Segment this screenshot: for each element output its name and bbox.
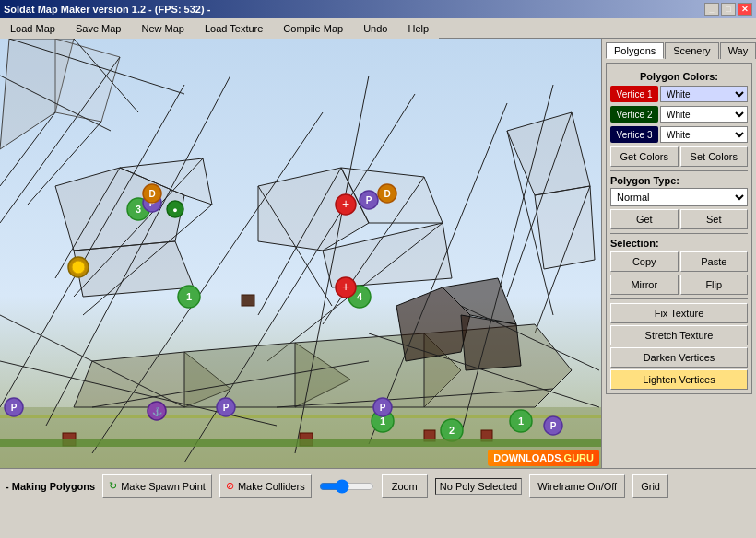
svg-marker-13 [74,241,194,297]
svg-text:⚓: ⚓ [152,406,163,417]
polygon-colors-title: Polygon Colors: [610,71,748,82]
svg-text:D: D [148,189,155,199]
make-spawn-label: Make Spawn Point [121,481,206,492]
menu-new-map[interactable]: New Map [131,18,194,39]
copy-btn[interactable]: Copy [610,251,679,272]
mirror-btn[interactable]: Mirror [610,275,679,295]
svg-text:D: D [384,189,390,199]
set-colors-btn[interactable]: Set Colors [680,146,749,167]
texture-buttons-area: Fix Texture Stretch Texture Darken Verti… [610,303,748,390]
tab-polygons[interactable]: Polygons [606,42,664,59]
copy-paste-row: Copy Paste [610,251,748,272]
vertice-3-label: Vertice 3 [610,126,658,143]
titlebar-controls: _ □ ✕ [704,3,752,16]
tab-bar: Polygons Scenery Way ▶ [606,42,752,59]
svg-text:3: 3 [136,204,141,215]
watermark-text: DOWNLOADS [493,452,561,463]
menu-save-map[interactable]: Save Map [65,18,132,39]
polygon-type-row: Normal Only Bullets Collide Only Players… [610,188,748,206]
wireframe-btn[interactable]: Wireframe On/Off [529,474,625,498]
main-layout: 3 1 4 1 2 1 P P P P P P [0,39,756,468]
menu-undo[interactable]: Undo [353,18,397,39]
svg-text:P: P [550,421,557,431]
slider-area [319,480,374,493]
canvas-area[interactable]: 3 1 4 1 2 1 P P P P P P [0,39,601,468]
menu-compile-map[interactable]: Compile Map [273,18,353,39]
vertice-2-row: Vertice 2 White [610,106,748,123]
no-poly-selected: No Poly Selected [435,478,522,495]
mirror-flip-row: Mirror Flip [610,275,748,295]
divider-1 [610,170,748,171]
grid-btn[interactable]: Grid [632,474,668,498]
darken-vertices-btn[interactable]: Darken Vertices [610,347,748,368]
menu-help[interactable]: Help [397,18,439,39]
svg-text:+: + [342,196,349,211]
svg-text:P: P [11,403,18,413]
lighten-vertices-btn[interactable]: Lighten Vertices [610,369,748,390]
svg-text:1: 1 [380,415,385,427]
zoom-btn[interactable]: Zoom [382,474,428,498]
get-set-colors-row: Get Colors Set Colors [610,146,748,167]
svg-text:P: P [380,403,386,413]
maximize-btn[interactable]: □ [721,3,736,16]
svg-text:P: P [223,403,230,413]
make-spawn-btn[interactable]: ↻ Make Spawn Point [102,474,212,498]
svg-text:2: 2 [449,425,455,436]
svg-point-78 [72,261,85,274]
menubar: Load Map Save Map New Map Load Texture C… [0,18,756,39]
tab-way[interactable]: Way [720,42,756,59]
svg-text:+: + [342,279,349,294]
watermark-overlay: DOWNLOADS.GURU [488,450,599,466]
svg-text:1: 1 [186,291,192,302]
get-set-type-row: Get Set [610,209,748,229]
close-btn[interactable]: ✕ [738,3,752,16]
svg-marker-35 [461,315,521,370]
polygon-type-label: Polygon Type: [610,175,748,186]
vertice-3-select[interactable]: White [660,126,748,143]
svg-rect-92 [0,439,601,447]
svg-rect-85 [242,295,254,306]
colliders-icon: ⊘ [226,480,234,492]
title-text: Soldat Map Maker version 1.2 - (FPS: 532… [4,4,210,15]
fix-texture-btn[interactable]: Fix Texture [610,303,748,323]
tab-scenery[interactable]: Scenery [665,42,718,59]
minimize-btn[interactable]: _ [704,3,719,16]
vertice-2-select[interactable]: White [660,106,748,123]
tab-content-polygons: Polygon Colors: Vertice 1 White Vertice … [606,63,752,394]
make-colliders-label: Make Colliders [238,481,305,492]
vertice-2-label: Vertice 2 [610,106,658,123]
right-panel: Polygons Scenery Way ▶ Polygon Colors: V… [601,39,756,468]
get-type-btn[interactable]: Get [610,209,679,229]
vertice-1-select[interactable]: White [660,86,748,102]
selection-label: Selection: [610,238,748,249]
vertice-1-label: Vertice 1 [610,86,658,102]
menu-load-map[interactable]: Load Map [0,18,65,39]
get-colors-btn[interactable]: Get Colors [610,146,679,167]
statusbar: - Making Polygons ↻ Make Spawn Point ⊘ M… [0,468,756,503]
svg-text:P: P [366,195,372,205]
make-colliders-btn[interactable]: ⊘ Make Colliders [219,474,312,498]
vertice-1-row: Vertice 1 White [610,86,748,102]
mode-label: - Making Polygons [6,481,95,492]
spawn-icon: ↻ [109,480,117,492]
menu-load-texture[interactable]: Load Texture [195,18,273,39]
svg-text:1: 1 [518,415,524,427]
divider-2 [610,233,748,234]
set-type-btn[interactable]: Set [680,209,749,229]
polygon-type-select[interactable]: Normal Only Bullets Collide Only Players… [610,188,748,206]
titlebar: Soldat Map Maker version 1.2 - (FPS: 532… [0,0,756,18]
map-svg: 3 1 4 1 2 1 P P P P P P [0,39,601,468]
paste-btn[interactable]: Paste [680,251,749,272]
slider-input[interactable] [319,480,374,493]
divider-3 [610,298,748,299]
stretch-texture-btn[interactable]: Stretch Texture [610,325,748,345]
svg-text:4: 4 [357,291,363,302]
flip-btn[interactable]: Flip [680,275,749,295]
svg-text:●: ● [172,205,177,215]
vertice-3-row: Vertice 3 White [610,126,748,143]
